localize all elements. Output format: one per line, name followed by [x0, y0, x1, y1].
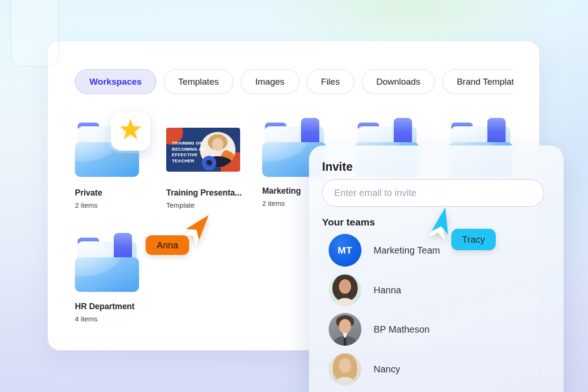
tab-images[interactable]: Images [241, 69, 299, 94]
folder-hr-name: HR Department [75, 302, 134, 312]
folder-marketing-count: 2 items [262, 199, 285, 207]
member-row-bp-matheson[interactable]: BP Matheson [329, 313, 430, 346]
team-row-marketing-team[interactable]: MT Marketing Team [329, 234, 440, 267]
tab-files[interactable]: Files [307, 69, 354, 94]
team-avatar-mt: MT [329, 234, 361, 267]
member-row-hanna[interactable]: Hanna [329, 274, 401, 306]
folder-hr-department[interactable] [75, 236, 139, 292]
invite-panel: Invite Your teams MT Marketing Team Hann… [309, 145, 564, 392]
avatar-bp-matheson [329, 313, 361, 346]
avatar-nancy [329, 353, 361, 385]
invite-email-input[interactable] [322, 179, 544, 207]
tab-templates[interactable]: Templates [164, 69, 234, 94]
tab-workspaces[interactable]: Workspaces [75, 69, 156, 94]
star-icon: ★ [118, 116, 143, 144]
member-name: BP Matheson [374, 324, 430, 335]
member-name: Hanna [374, 285, 401, 296]
tracy-cursor-label: Tracy [451, 229, 496, 250]
your-teams-heading: Your teams [322, 217, 375, 228]
folder-front-decor [75, 257, 139, 292]
tab-downloads[interactable]: Downloads [362, 69, 435, 94]
folder-private-count: 2 items [75, 201, 97, 209]
folder-private-name: Private [75, 188, 102, 198]
anna-cursor-label: Anna [146, 235, 189, 255]
member-name: Nancy [374, 364, 400, 375]
template-name: Training Presenta... [166, 188, 242, 198]
template-thumbnail[interactable]: TRAINING ON BECOMING AN EFFECTIVE TEACHE… [166, 128, 240, 172]
avatar-hanna [329, 274, 361, 306]
workspace-screen: Workspaces Templates Images Files Downlo… [0, 0, 588, 392]
member-row-nancy[interactable]: Nancy [329, 353, 400, 385]
tracy-cursor-icon [429, 205, 453, 250]
category-tabs: Workspaces Templates Images Files Downlo… [75, 69, 514, 94]
tab-brand-templates[interactable]: Brand Templates [442, 69, 514, 94]
thumb-title-text: TRAINING ON BECOMING AN EFFECTIVE TEACHE… [172, 140, 206, 164]
folder-marketing-name: Marketing [262, 186, 301, 196]
team-initials: MT [338, 245, 352, 256]
background-ghost-panel [11, 0, 59, 66]
invite-title: Invite [322, 160, 353, 174]
folder-hr-count: 4 items [75, 315, 97, 323]
favorite-badge[interactable]: ★ [111, 111, 150, 151]
